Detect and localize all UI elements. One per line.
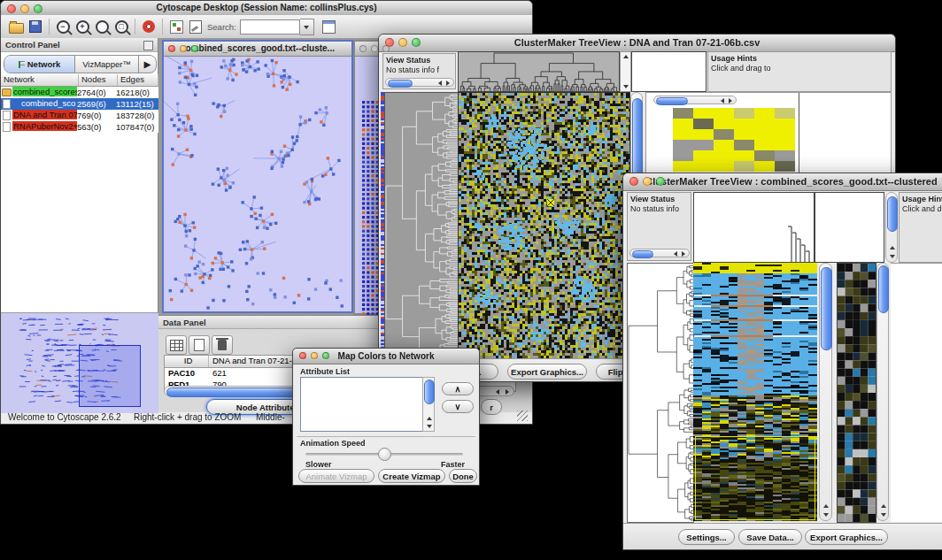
attribute-browser-icon[interactable] [320,18,339,35]
done-button[interactable]: Done [449,469,477,483]
attribute-select-icon[interactable] [166,335,187,355]
minimize-button[interactable] [311,352,318,359]
close-button[interactable] [629,177,638,186]
hscrollbar[interactable] [629,249,690,257]
export-graphics-button[interactable]: Export Graphics... [805,529,888,545]
network-tree-row[interactable]: combined_sco 2569(6) 13112(15) [1,98,158,110]
move-up-button[interactable]: ∧ [442,382,474,395]
dendrogram-scroll-strip[interactable] [620,51,631,92]
scroll-up-icon[interactable] [890,246,895,249]
column-label[interactable] [677,54,688,91]
scroll-down-icon[interactable] [623,85,629,88]
network-tree-row[interactable]: DNA and Tran 07 769(0) 183728(0) [1,110,158,121]
annotation-icon[interactable] [186,18,205,35]
treeview-combined-titlebar[interactable]: ClusterMaker TreeView : combined_scores_… [623,173,942,191]
row-dendrogram-canvas[interactable] [384,92,459,362]
detail-heatmap-canvas[interactable] [837,263,876,523]
network-overview-panel[interactable] [1,312,158,413]
minimize-button[interactable] [20,4,29,13]
float-panel-icon[interactable] [143,41,153,50]
column-label[interactable] [817,195,827,262]
zoom-out-icon[interactable]: − [53,18,73,35]
column-label[interactable] [864,195,874,262]
scroll-left-icon[interactable] [721,98,724,104]
close-button[interactable] [168,45,175,52]
scrollbar-thumb[interactable] [821,267,832,350]
minimize-button[interactable] [398,38,407,47]
detail-hscrollbar[interactable] [653,96,737,104]
zoom-fit-icon[interactable] [92,18,112,35]
detail-heatmap-canvas[interactable] [673,108,795,172]
export-graphics-button[interactable]: Export Graphics... [507,364,587,380]
scroll-down-icon[interactable] [890,255,895,258]
network-table-header[interactable]: Network Nodes Edges [1,74,158,87]
zoom-window-button[interactable] [656,177,665,186]
treeview-dna-titlebar[interactable]: ClusterMaker TreeView : DNA and Tran 07-… [379,35,895,52]
network-view-canvas[interactable] [164,57,351,314]
tab-vizmapper[interactable]: VizMapper™ [75,56,139,73]
column-label[interactable] [688,54,699,91]
scrollbar-thumb[interactable] [632,250,653,258]
tab-network[interactable]: Network [4,56,75,73]
save-data-button[interactable]: Save Data... [738,529,802,545]
column-label[interactable] [836,195,845,262]
column-dendrogram-canvas[interactable] [693,192,815,263]
column-label[interactable] [845,195,855,262]
resize-grip[interactable] [517,410,528,421]
scroll-right-icon[interactable] [682,251,685,257]
scrollbar-thumb[interactable] [424,380,435,404]
zoom-window-button[interactable] [412,38,421,47]
save-session-icon[interactable] [26,18,45,35]
scroll-left-icon[interactable] [438,81,442,86]
network-tree-row[interactable]: RNAPuberNov2+! 563(0) 107847(0) [1,121,158,133]
scroll-up-icon[interactable] [823,504,829,508]
scroll-up-icon[interactable] [881,504,886,508]
labels-vscrollbar[interactable] [885,192,898,263]
scroll-left-icon[interactable] [674,251,677,257]
plugins-icon[interactable] [166,18,186,35]
scroll-down-icon[interactable] [823,513,829,517]
scrollbar-thumb[interactable] [887,196,898,232]
close-button[interactable] [385,38,394,47]
help-icon[interactable] [139,18,158,35]
heatmap-canvas[interactable] [458,92,630,362]
column-label[interactable] [855,195,865,262]
overview-viewport-rect[interactable] [79,345,141,407]
delete-attribute-icon[interactable] [212,335,233,355]
tabs-overflow-button[interactable]: ▶ [139,56,156,73]
open-file-icon[interactable] [6,18,26,35]
column-label[interactable] [645,54,656,91]
row-dendrogram-canvas[interactable] [627,263,694,523]
new-attribute-icon[interactable] [189,335,210,355]
main-titlebar[interactable]: Cytoscape Desktop (Session Name: collins… [1,1,532,16]
detail-vscrollbar[interactable] [876,263,889,521]
scroll-up-icon[interactable] [623,55,629,58]
move-down-button[interactable]: ∨ [442,400,474,413]
minimize-button[interactable] [643,177,652,186]
column-label[interactable] [667,54,677,91]
create-vizmap-button[interactable]: Create Vizmap [378,469,445,483]
zoom-window-button[interactable] [34,4,42,13]
zoom-selected-icon[interactable]: □ [112,18,131,35]
attribute-list-vscrollbar[interactable] [422,377,435,432]
zoom-window-button[interactable] [322,352,329,359]
column-label[interactable] [656,54,667,91]
minimize-button[interactable] [180,45,187,52]
dialog-titlebar[interactable]: Map Colors to Network [293,349,479,364]
scroll-up-icon[interactable] [427,417,432,420]
column-label[interactable] [874,195,884,262]
scroll-right-icon[interactable] [729,98,732,104]
heatmap-vscrollbar[interactable] [819,263,832,521]
zoom-in-icon[interactable]: + [73,18,92,35]
hscrollbar[interactable] [385,78,454,87]
scroll-left-icon[interactable] [496,389,499,395]
network-tree-row[interactable]: combined_scores 2764(0) 16218(0) [1,87,158,98]
scroll-right-icon[interactable] [446,81,450,86]
close-button[interactable] [7,4,16,13]
settings-button[interactable]: Settings... [678,529,735,545]
scroll-down-icon[interactable] [881,513,886,517]
column-label[interactable] [827,195,837,262]
network-view-titlebar[interactable]: combined_scores_good.txt--cluste... [164,42,351,57]
column-label[interactable] [635,54,645,91]
column-dendrogram-canvas[interactable] [458,51,620,92]
